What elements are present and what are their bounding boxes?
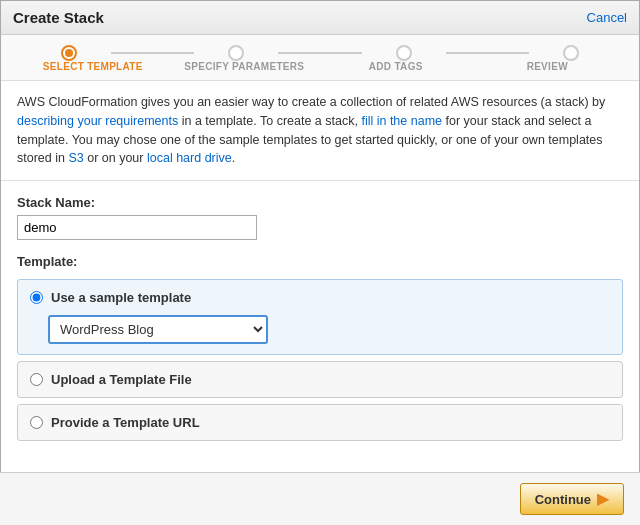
step-specify-parameters bbox=[194, 45, 278, 61]
sample-template-radio[interactable] bbox=[30, 291, 43, 304]
template-label: Template: bbox=[17, 254, 623, 269]
step-circle-4 bbox=[563, 45, 579, 61]
sample-template-header[interactable]: Use a sample template bbox=[18, 280, 622, 315]
stack-name-input[interactable] bbox=[17, 215, 257, 240]
form-area: Stack Name: Template: Use a sample templ… bbox=[1, 181, 639, 461]
step-circle-3 bbox=[396, 45, 412, 61]
desc-link-fill: fill in the name bbox=[361, 114, 442, 128]
description-text: AWS CloudFormation gives you an easier w… bbox=[1, 81, 639, 181]
dialog-footer: Continue ▶ bbox=[0, 472, 640, 525]
sample-template-label: Use a sample template bbox=[51, 290, 191, 305]
template-url-option: Provide a Template URL bbox=[17, 404, 623, 441]
continue-label: Continue bbox=[535, 492, 591, 507]
sample-template-body: WordPress Blog LAMP Stack Rails Drupal bbox=[18, 315, 622, 354]
step-line-2 bbox=[278, 52, 362, 54]
template-url-radio[interactable] bbox=[30, 416, 43, 429]
continue-arrow-icon: ▶ bbox=[597, 490, 609, 508]
upload-file-option: Upload a Template File bbox=[17, 361, 623, 398]
step-label-3: ADD TAGS bbox=[320, 61, 472, 72]
desc-link-s3: S3 bbox=[68, 151, 83, 165]
template-url-header[interactable]: Provide a Template URL bbox=[18, 405, 622, 440]
template-dropdown[interactable]: WordPress Blog LAMP Stack Rails Drupal bbox=[48, 315, 268, 344]
step-line-3 bbox=[446, 52, 530, 54]
step-label-2: SPECIFY PARAMETERS bbox=[169, 61, 321, 72]
steps-track bbox=[17, 45, 623, 61]
upload-file-radio[interactable] bbox=[30, 373, 43, 386]
desc-link-hard-drive: local hard drive bbox=[147, 151, 232, 165]
step-circle-2 bbox=[228, 45, 244, 61]
dialog-title: Create Stack bbox=[13, 9, 104, 26]
stack-name-label: Stack Name: bbox=[17, 195, 623, 210]
sample-template-option: Use a sample template WordPress Blog LAM… bbox=[17, 279, 623, 355]
step-select-template bbox=[27, 45, 111, 61]
upload-file-label: Upload a Template File bbox=[51, 372, 192, 387]
step-circle-1 bbox=[61, 45, 77, 61]
continue-button[interactable]: Continue ▶ bbox=[520, 483, 624, 515]
step-line-1 bbox=[111, 52, 195, 54]
step-label-4: REVIEW bbox=[472, 61, 624, 72]
step-label-1: SELECT TEMPLATE bbox=[17, 61, 169, 72]
dialog-header: Create Stack Cancel bbox=[1, 1, 639, 35]
template-url-label: Provide a Template URL bbox=[51, 415, 200, 430]
desc-link-describing: describing your requirements bbox=[17, 114, 178, 128]
upload-file-header[interactable]: Upload a Template File bbox=[18, 362, 622, 397]
step-add-tags bbox=[362, 45, 446, 61]
wizard-steps: SELECT TEMPLATE SPECIFY PARAMETERS ADD T… bbox=[1, 35, 639, 81]
step-review bbox=[529, 45, 613, 61]
steps-labels: SELECT TEMPLATE SPECIFY PARAMETERS ADD T… bbox=[17, 61, 623, 80]
cancel-button[interactable]: Cancel bbox=[587, 10, 627, 25]
